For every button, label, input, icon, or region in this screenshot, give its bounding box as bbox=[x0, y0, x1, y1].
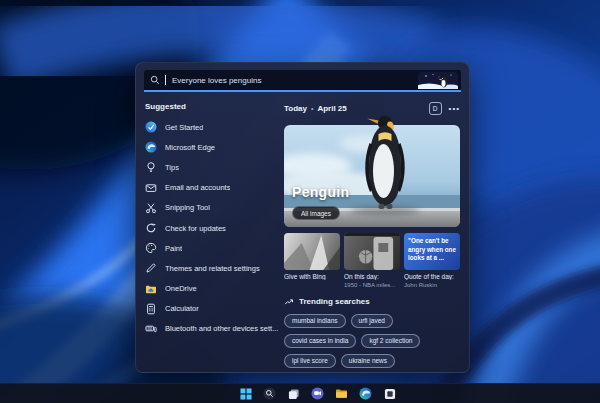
suggested-item-label: Paint bbox=[165, 244, 182, 253]
trending-chip[interactable]: ukraine news bbox=[341, 354, 395, 368]
suggested-item-label: Microsoft Edge bbox=[165, 143, 215, 152]
suggested-item-tips[interactable]: Tips bbox=[145, 157, 284, 177]
desktop: Everyone loves penguins Suggested bbox=[0, 0, 600, 403]
calculator-icon bbox=[145, 303, 157, 315]
search-input[interactable]: Everyone loves penguins bbox=[144, 70, 461, 92]
suggested-section: Suggested Get Started bbox=[145, 92, 284, 368]
trending-chips: mumbai indians urfi javed covid cases in… bbox=[284, 314, 460, 368]
snipping-tool-icon bbox=[145, 202, 157, 214]
paint-icon bbox=[145, 242, 157, 254]
penguin-illustration bbox=[356, 115, 414, 213]
trending-searches-section: Trending searches mumbai indians urfi ja… bbox=[284, 297, 460, 368]
quote-text: "One can't be angry when one looks at a … bbox=[404, 233, 460, 263]
suggested-item-paint[interactable]: Paint bbox=[145, 238, 284, 258]
quote-card-background: "One can't be angry when one looks at a … bbox=[404, 233, 460, 270]
card-subcaption: John Ruskin bbox=[404, 282, 460, 288]
hero-penguin-card[interactable]: Penguin All images bbox=[284, 125, 460, 227]
task-view-icon[interactable] bbox=[287, 387, 300, 400]
taskbar-edge-icon[interactable] bbox=[359, 387, 372, 400]
today-header: Today • April 25 D ••• bbox=[284, 102, 460, 115]
suggested-item-label: Calculator bbox=[165, 304, 199, 313]
tips-icon bbox=[145, 161, 157, 173]
suggested-item-calculator[interactable]: Calculator bbox=[145, 299, 284, 319]
suggested-item-snipping-tool[interactable]: Snipping Tool bbox=[145, 198, 284, 218]
start-button[interactable] bbox=[239, 387, 252, 400]
suggested-item-label: Themes and related settings bbox=[165, 264, 260, 273]
file-explorer-icon[interactable] bbox=[335, 387, 348, 400]
card-caption: On this day: bbox=[344, 273, 400, 280]
trending-chip[interactable]: kgf 2 collection bbox=[361, 334, 420, 348]
card-give-with-bing[interactable]: Give with Bing bbox=[284, 233, 340, 288]
edge-icon bbox=[145, 141, 157, 153]
search-flyout-panel: Everyone loves penguins Suggested bbox=[135, 62, 470, 373]
suggested-item-email-accounts[interactable]: Email and accounts bbox=[145, 178, 284, 198]
onedrive-icon bbox=[145, 283, 157, 295]
suggested-title: Suggested bbox=[145, 102, 284, 111]
today-section: Today • April 25 D ••• bbox=[284, 92, 460, 368]
hero-title: Penguin bbox=[292, 184, 349, 200]
suggested-item-label: Email and accounts bbox=[165, 183, 230, 192]
penguin-doodle-icon bbox=[418, 72, 458, 89]
card-subcaption: 1950 - NBA miles... bbox=[344, 282, 400, 288]
suggested-item-microsoft-edge[interactable]: Microsoft Edge bbox=[145, 137, 284, 157]
card-quote-of-the-day[interactable]: "One can't be angry when one looks at a … bbox=[404, 233, 460, 288]
give-with-bing-photo bbox=[284, 233, 340, 270]
search-query-text: Everyone loves penguins bbox=[172, 76, 413, 85]
text-cursor bbox=[165, 75, 166, 85]
all-images-button[interactable]: All images bbox=[292, 206, 340, 220]
updates-icon bbox=[145, 222, 157, 234]
trending-chip[interactable]: covid cases in india bbox=[284, 334, 356, 348]
chat-icon[interactable] bbox=[311, 387, 324, 400]
bluetooth-devices-icon bbox=[145, 323, 157, 335]
suggested-item-label: Tips bbox=[165, 163, 179, 172]
trending-chip[interactable]: ipl live score bbox=[284, 354, 336, 368]
email-icon bbox=[145, 182, 157, 194]
suggested-item-label: Check for updates bbox=[165, 224, 226, 233]
suggested-item-bluetooth-devices[interactable]: Bluetooth and other devices sett... bbox=[145, 319, 284, 339]
get-started-icon bbox=[145, 121, 157, 133]
suggested-item-check-for-updates[interactable]: Check for updates bbox=[145, 218, 284, 238]
trending-chip[interactable]: urfi javed bbox=[351, 314, 393, 328]
suggested-item-label: Get Started bbox=[165, 123, 203, 132]
trending-up-icon bbox=[284, 297, 294, 307]
suggested-item-themes-settings[interactable]: Themes and related settings bbox=[145, 258, 284, 278]
dot-separator: • bbox=[311, 105, 313, 112]
card-on-this-day[interactable]: On this day: 1950 - NBA miles... bbox=[344, 233, 400, 288]
taskbar bbox=[0, 383, 600, 403]
themes-icon bbox=[145, 262, 157, 274]
profile-badge[interactable]: D bbox=[429, 102, 442, 115]
on-this-day-photo bbox=[344, 233, 400, 270]
suggested-item-label: Bluetooth and other devices sett... bbox=[165, 324, 278, 333]
search-icon bbox=[150, 75, 160, 85]
trending-chip[interactable]: mumbai indians bbox=[284, 314, 346, 328]
card-caption: Give with Bing bbox=[284, 273, 340, 280]
today-label: Today bbox=[284, 104, 307, 113]
suggested-item-label: OneDrive bbox=[165, 284, 197, 293]
more-options-icon[interactable]: ••• bbox=[449, 105, 460, 113]
pinned-app-icon[interactable] bbox=[383, 387, 396, 400]
today-date: April 25 bbox=[317, 104, 346, 113]
suggested-item-label: Snipping Tool bbox=[165, 203, 210, 212]
suggested-item-get-started[interactable]: Get Started bbox=[145, 117, 284, 137]
taskbar-search-icon[interactable] bbox=[263, 387, 276, 400]
feed-cards-row: Give with Bing bbox=[284, 233, 460, 288]
suggested-item-onedrive[interactable]: OneDrive bbox=[145, 279, 284, 299]
card-caption: Quote of the day: bbox=[404, 273, 460, 280]
trending-title: Trending searches bbox=[299, 297, 370, 306]
